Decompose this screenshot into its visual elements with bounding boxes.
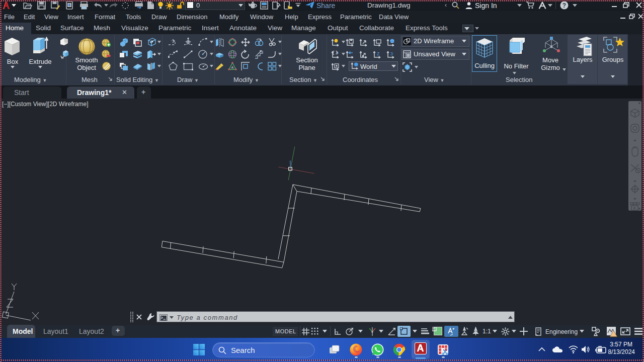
svg-text:?: ? [562, 2, 566, 9]
svg-text:x: x [337, 51, 339, 54]
svg-text:Z: Z [377, 51, 380, 56]
svg-text:3: 3 [390, 51, 393, 56]
